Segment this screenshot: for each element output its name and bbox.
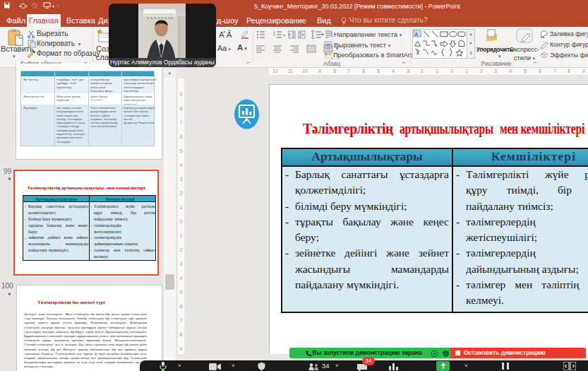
svg-text:A: A bbox=[415, 32, 419, 37]
svg-text:▾: ▾ bbox=[52, 4, 54, 8]
svg-text:⁞: ⁞ bbox=[57, 4, 59, 8]
svg-text:2: 2 bbox=[273, 33, 275, 37]
svg-text:▾: ▾ bbox=[283, 33, 285, 37]
svg-text:▾: ▾ bbox=[25, 4, 28, 8]
